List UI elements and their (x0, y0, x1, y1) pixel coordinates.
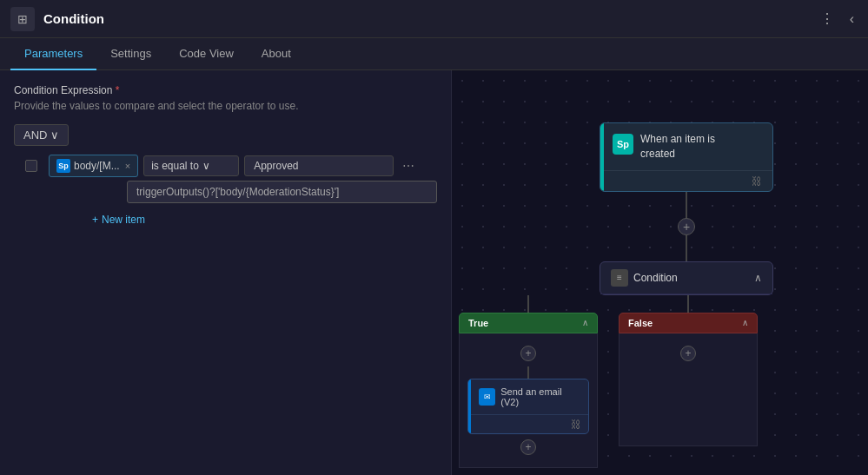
false-collapse-button[interactable]: ∧ (742, 318, 748, 327)
condition-node-icon: ≡ (611, 269, 628, 287)
and-selector: AND ∨ (14, 124, 437, 146)
new-item-button[interactable]: + New item (92, 208, 145, 231)
branches-container: True ∧ + ✉ Send an email (452, 295, 765, 468)
trigger-text: When an item is created (640, 132, 715, 162)
true-collapse-button[interactable]: ∧ (582, 318, 588, 327)
operator-chevron-icon: ∨ (202, 160, 210, 172)
value-input[interactable] (244, 155, 394, 176)
email-node[interactable]: ✉ Send an email (V2) ⛓ (467, 379, 589, 434)
true-connector-top (527, 295, 529, 313)
tab-bar: Parameters Settings Code View About (0, 38, 868, 70)
trigger-icon: Sp (613, 134, 633, 155)
true-add-after-email-button[interactable]: + (520, 439, 536, 455)
trigger-bar (600, 123, 604, 191)
condition-node[interactable]: ≡ Condition ∧ (600, 261, 773, 295)
plus-icon: + (92, 214, 98, 226)
false-branch-header[interactable]: False ∧ (619, 313, 758, 333)
email-text: Send an email (V2) (500, 386, 580, 407)
email-node-content: ✉ Send an email (V2) (468, 379, 588, 414)
false-label: False (628, 318, 653, 328)
condition-node-label: Condition (633, 272, 678, 284)
email-link-icon: ⛓ (571, 419, 581, 431)
chevron-down-icon: ∨ (50, 129, 59, 142)
tab-code-view[interactable]: Code View (165, 38, 248, 70)
header-actions: ⋮ ‹ (817, 7, 858, 30)
page-title: Condition (43, 11, 808, 26)
false-connector-top (687, 295, 689, 313)
condition-area: Sp body/[M... × is equal to ∨ ⋯ (14, 155, 437, 203)
field-icon: Sp (56, 159, 70, 173)
tree-line (14, 155, 49, 172)
add-step-button-1[interactable]: + (678, 218, 695, 235)
branch-false: False ∧ + (612, 295, 765, 468)
branch-true: True ∧ + ✉ Send an email (452, 295, 605, 468)
false-body-content: + (680, 340, 696, 366)
tab-parameters[interactable]: Parameters (10, 38, 96, 70)
app-icon: ⊞ (10, 7, 35, 31)
workflow-nodes: Sp When an item is created ⛓ + (521, 122, 851, 468)
tab-settings[interactable]: Settings (96, 38, 165, 70)
field-pill[interactable]: Sp body/[M... × (49, 155, 138, 177)
false-add-step-button[interactable]: + (680, 346, 696, 361)
field-text: body/[M... (74, 160, 120, 172)
more-options-button[interactable]: ⋮ (817, 7, 838, 30)
operator-select[interactable]: is equal to ∨ (143, 155, 239, 176)
trigger-link-icon: ⛓ (752, 175, 762, 188)
connector-1 (686, 192, 687, 218)
field-close-icon[interactable]: × (125, 161, 130, 171)
condition-row: Sp body/[M... × is equal to ∨ ⋯ (49, 155, 437, 177)
condition-node-header: ≡ Condition ∧ (600, 262, 772, 294)
true-add-step-button[interactable]: + (520, 346, 536, 361)
field-tooltip: triggerOutputs()?['body/{ModerationStatu… (127, 181, 437, 203)
row-menu-button[interactable]: ⋯ (399, 157, 418, 175)
workflow-canvas: Sp When an item is created ⛓ + (452, 70, 868, 475)
false-branch-body: + (619, 333, 758, 446)
and-dropdown-button[interactable]: AND ∨ (14, 124, 69, 146)
back-button[interactable]: ‹ (846, 8, 858, 30)
condition-collapse-button[interactable]: ∧ (754, 272, 762, 284)
header: ⊞ Condition ⋮ ‹ (0, 0, 868, 38)
chevron-up-icon: ∧ (754, 272, 762, 284)
trigger-footer: ⛓ (600, 170, 772, 191)
false-chevron-icon: ∧ (742, 318, 748, 327)
required-marker: * (116, 84, 120, 96)
trigger-node[interactable]: Sp When an item is created ⛓ (600, 122, 773, 192)
condition-expression-label: Condition Expression * (14, 84, 437, 96)
trigger-content: Sp When an item is created (600, 123, 772, 170)
connector-2 (686, 235, 687, 261)
condition-node-left: ≡ Condition (611, 269, 678, 287)
email-node-bar (468, 379, 471, 433)
tab-about[interactable]: About (248, 38, 305, 70)
true-label: True (468, 318, 488, 328)
true-branch-body: + ✉ Send an email (V2) ⛓ (459, 333, 598, 468)
main-content: Condition Expression * Provide the value… (0, 70, 868, 475)
email-footer: ⛓ (468, 414, 588, 433)
true-branch-header[interactable]: True ∧ (459, 313, 598, 333)
left-panel: Condition Expression * Provide the value… (0, 70, 452, 475)
row-checkbox[interactable] (25, 160, 37, 172)
email-icon: ✉ (479, 388, 495, 406)
condition-description: Provide the values to compare and select… (14, 100, 437, 112)
true-chevron-icon: ∧ (582, 318, 588, 327)
true-inner-connector (527, 366, 529, 379)
